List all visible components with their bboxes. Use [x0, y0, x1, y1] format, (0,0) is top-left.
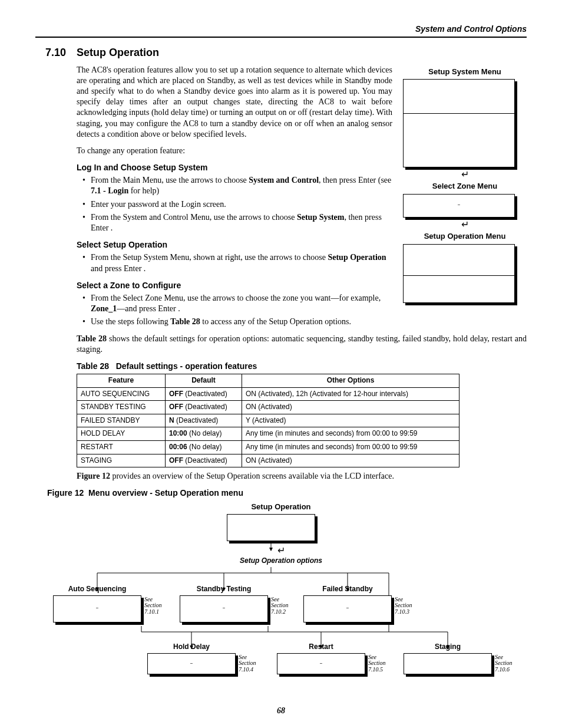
flow-top-box [227, 514, 315, 541]
section-title: Setup Operation [77, 46, 159, 60]
setup-system-menu-box [403, 79, 515, 167]
branch-title: Auto Sequencing [53, 585, 141, 594]
branch-title: Staging [404, 643, 492, 652]
change-any-paragraph: To change any operation feature: [77, 146, 392, 156]
table-row: RESTART00:06 (No delay)Any time (in minu… [77, 441, 459, 454]
bullet: From the System and Control Menu, use th… [77, 212, 392, 233]
table-row: HOLD DELAY10:00 (No delay)Any time (in m… [77, 427, 459, 441]
flow-box: – [180, 595, 268, 622]
enter-icon: ↵ [35, 545, 527, 557]
table28-caption: Table 28 Default settings - operation fe… [77, 361, 527, 371]
th-other: Other Options [242, 374, 459, 388]
bullet: Use the steps following Table 28 to acce… [77, 317, 392, 327]
section-ref: See Section 7.10.3 [395, 597, 417, 615]
bullet: Enter your password at the Login screen. [77, 199, 392, 210]
flow-box: – [147, 653, 236, 674]
bullets-select-setup-op: From the Setup System Menu, shown at rig… [77, 252, 392, 274]
subhead-select-setup-op: Select Setup Operation [77, 239, 392, 250]
section-ref: See Section 7.10.1 [144, 597, 167, 615]
enter-icon: ↵ [403, 170, 527, 179]
running-header: System and Control Options [35, 24, 527, 34]
subhead-login: Log In and Choose Setup System [77, 162, 392, 173]
table28: Feature Default Other Options AUTO SEQUE… [77, 374, 459, 467]
section-ref: See Section 7.10.6 [495, 654, 517, 673]
section-number: 7.10 [35, 46, 66, 60]
flow-box [404, 653, 492, 674]
table-row: STAGINGOFF (Deactivated)ON (Activated) [77, 454, 459, 467]
bullet: From the Setup System Menu, shown at rig… [77, 252, 392, 274]
bullets-login: From the Main Menu, use the arrows to ch… [77, 175, 392, 233]
bullets-select-zone: From the Select Zone Menu, use the arrow… [77, 293, 392, 328]
flow-top-title: Setup Operation [35, 502, 527, 512]
table-row: FAILED STANDBYN (Deactivated)Y (Activate… [77, 414, 459, 427]
section-heading: 7.10 Setup Operation [35, 46, 527, 60]
flow-box: – [303, 595, 392, 622]
branch-title: Failed Standby [303, 585, 392, 594]
bullet: From the Main Menu, use the arrows to ch… [77, 175, 392, 196]
bullet: From the Select Zone Menu, use the arrow… [77, 293, 392, 314]
branch-title: Hold Delay [147, 643, 236, 652]
flow-options-title: Setup Operation options [35, 556, 527, 566]
th-default: Default [166, 374, 242, 388]
table-row: AUTO SEQUENCINGOFF (Deactivated)ON (Acti… [77, 387, 459, 401]
select-zone-menu-title: Select Zone Menu [403, 182, 527, 192]
subhead-select-zone: Select a Zone to Configure [77, 280, 392, 291]
figure12-caption: Figure 12 Menu overview - Setup Operatio… [47, 487, 527, 498]
branch-title: Standby Testing [180, 585, 268, 594]
section-ref: See Section 7.10.4 [239, 654, 261, 673]
flow-box: – [277, 653, 365, 674]
page-number: 68 [0, 706, 562, 716]
table-row: STANDBY TESTINGOFF (Deactivated)ON (Acti… [77, 401, 459, 414]
setup-system-menu-title: Setup System Menu [403, 67, 527, 77]
intro-paragraph: The AC8's operation features allow you t… [77, 65, 392, 140]
select-zone-menu-box: – [403, 194, 515, 218]
branch-title: Restart [277, 643, 365, 652]
flow-box: – [53, 595, 141, 622]
section-ref: See Section 7.10.2 [271, 597, 293, 615]
section-ref: See Section 7.10.5 [368, 654, 391, 673]
setup-operation-menu-box [403, 244, 515, 303]
header-rule [35, 37, 527, 38]
figure-lead: Figure 12 provides an overview of the Se… [77, 471, 527, 482]
enter-icon: ↵ [403, 220, 527, 229]
setup-operation-menu-title: Setup Operation Menu [403, 232, 527, 242]
th-feature: Feature [77, 374, 166, 388]
figure12-diagram: Setup Operation ↵ Setup Operation option… [35, 502, 527, 679]
table-lead: Table 28 shows the default settings for … [77, 334, 527, 355]
